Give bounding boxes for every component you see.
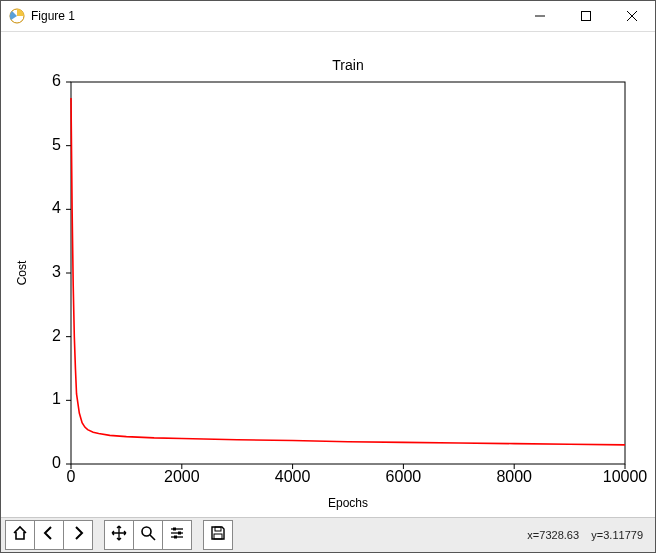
save-button[interactable] xyxy=(203,520,233,550)
svg-point-35 xyxy=(142,527,151,536)
svg-text:Epochs: Epochs xyxy=(328,496,368,510)
arrow-right-icon xyxy=(70,525,86,545)
figure-window: Figure 1 02000400060008000100000123456Ep… xyxy=(0,0,656,553)
svg-text:Cost: Cost xyxy=(15,260,29,285)
maximize-button[interactable] xyxy=(563,1,609,31)
back-button[interactable] xyxy=(34,520,64,550)
forward-button[interactable] xyxy=(63,520,93,550)
svg-text:0: 0 xyxy=(52,454,61,471)
minimize-button[interactable] xyxy=(517,1,563,31)
window-title: Figure 1 xyxy=(31,9,75,23)
svg-rect-44 xyxy=(214,534,222,539)
sliders-icon xyxy=(169,525,185,545)
app-icon xyxy=(9,8,25,24)
toolbar: x=7328.63 y=3.11779 xyxy=(1,517,655,552)
arrow-left-icon xyxy=(41,525,57,545)
svg-line-36 xyxy=(150,535,155,540)
pan-button[interactable] xyxy=(104,520,134,550)
plot-area[interactable]: 02000400060008000100000123456EpochsCostT… xyxy=(1,32,655,517)
save-icon xyxy=(210,525,226,545)
svg-rect-42 xyxy=(174,536,177,539)
zoom-button[interactable] xyxy=(133,520,163,550)
svg-rect-2 xyxy=(582,12,591,21)
svg-text:2: 2 xyxy=(52,327,61,344)
cursor-coordinates: x=7328.63 y=3.11779 xyxy=(527,529,643,541)
svg-text:4: 4 xyxy=(52,199,61,216)
chart-svg: 02000400060008000100000123456EpochsCostT… xyxy=(1,32,655,519)
svg-text:0: 0 xyxy=(67,468,76,485)
svg-text:8000: 8000 xyxy=(496,468,532,485)
close-button[interactable] xyxy=(609,1,655,31)
svg-text:3: 3 xyxy=(52,263,61,280)
zoom-icon xyxy=(140,525,156,545)
svg-rect-5 xyxy=(71,82,625,464)
svg-text:10000: 10000 xyxy=(603,468,648,485)
configure-button[interactable] xyxy=(162,520,192,550)
svg-text:5: 5 xyxy=(52,136,61,153)
home-button[interactable] xyxy=(5,520,35,550)
svg-rect-41 xyxy=(178,532,181,535)
svg-text:1: 1 xyxy=(52,390,61,407)
svg-text:2000: 2000 xyxy=(164,468,200,485)
svg-text:Train: Train xyxy=(332,57,363,73)
svg-rect-40 xyxy=(173,528,176,531)
svg-text:4000: 4000 xyxy=(275,468,311,485)
svg-text:6: 6 xyxy=(52,72,61,89)
move-icon xyxy=(111,525,127,545)
svg-text:6000: 6000 xyxy=(386,468,422,485)
titlebar: Figure 1 xyxy=(1,1,655,32)
home-icon xyxy=(12,525,28,545)
